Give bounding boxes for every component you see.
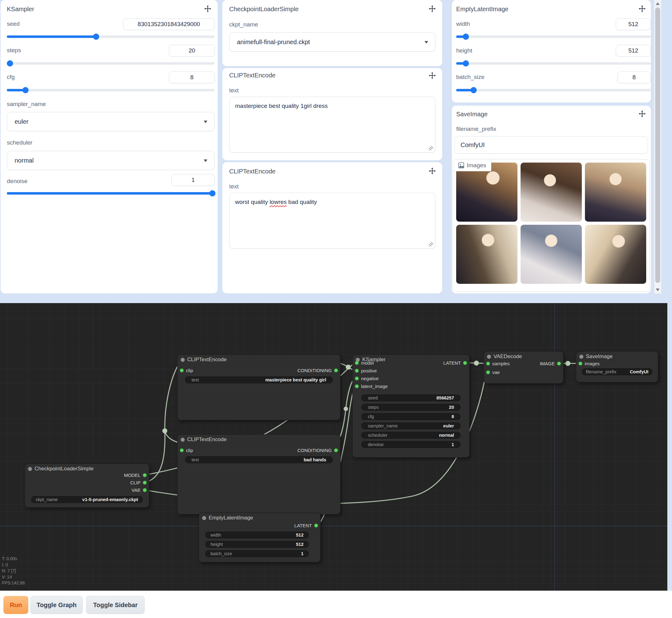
toggle-graph-button[interactable]: Toggle Graph <box>30 596 83 614</box>
node-collapse-dot[interactable] <box>202 516 206 520</box>
scheduler-select[interactable]: normal <box>7 151 214 170</box>
graph-node-save-image[interactable]: SaveImage images filename_prefix ComfyUI <box>576 351 658 382</box>
seed-slider-thumb[interactable] <box>93 33 99 40</box>
steps-input[interactable] <box>169 45 215 57</box>
output-port-latent[interactable] <box>463 361 467 365</box>
scrollbar-thumb[interactable] <box>655 7 660 283</box>
panel-clip-text-encode-negative: CLIPTextEncode text worst quality lowres… <box>222 162 442 294</box>
output-port-model[interactable] <box>143 474 147 477</box>
output-port-latent[interactable] <box>314 524 318 527</box>
stat-time: T: 0.00s <box>2 556 25 562</box>
run-button[interactable]: Run <box>3 596 28 614</box>
generated-image-thumbnail[interactable] <box>456 225 517 284</box>
node-graph-canvas[interactable]: CLIPTextEncode clip CONDITIONING text ma… <box>0 303 667 591</box>
steps-slider[interactable] <box>7 62 214 65</box>
input-port-positive[interactable] <box>355 369 359 373</box>
width-input[interactable] <box>616 18 651 30</box>
output-port-conditioning[interactable] <box>334 369 338 372</box>
graph-node-ksampler[interactable]: KSampler model LATENT positive negative … <box>353 355 469 457</box>
batch-size-slider[interactable] <box>456 89 651 91</box>
height-input[interactable] <box>616 45 651 57</box>
widget-batch-size[interactable]: batch_size1 <box>205 549 309 558</box>
widget-seed[interactable]: seed8566257 <box>361 394 461 402</box>
images-tab[interactable]: Images <box>453 160 491 171</box>
scrollbar-up-arrow[interactable] <box>656 2 660 5</box>
output-port-clip[interactable] <box>143 481 147 484</box>
height-label: height <box>456 47 472 54</box>
generated-image-thumbnail[interactable] <box>520 163 582 222</box>
output-port-vae[interactable] <box>143 488 147 492</box>
filename-prefix-input[interactable] <box>455 136 648 153</box>
resize-grip-icon[interactable] <box>429 146 433 150</box>
node-collapse-dot[interactable] <box>28 467 32 471</box>
input-port-vae[interactable] <box>486 371 490 374</box>
graph-node-clip-text-encode-1[interactable]: CLIPTextEncode clip CONDITIONING text ma… <box>178 355 340 420</box>
move-icon[interactable] <box>428 4 437 13</box>
ckpt-name-select[interactable]: animefull-final-pruned.ckpt <box>229 32 436 51</box>
width-slider[interactable] <box>456 35 651 38</box>
input-port-negative[interactable] <box>355 377 359 380</box>
width-slider-thumb[interactable] <box>463 33 469 40</box>
denoise-slider-thumb[interactable] <box>209 190 215 196</box>
widget-height[interactable]: height512 <box>205 540 309 548</box>
node-collapse-dot[interactable] <box>487 355 491 359</box>
denoise-slider[interactable] <box>7 192 214 195</box>
graph-node-empty-latent-image[interactable]: EmptyLatentImage LATENT width512 height5… <box>199 513 320 562</box>
generated-image-thumbnail[interactable] <box>585 163 646 222</box>
scrollbar-down-arrow[interactable] <box>656 289 660 291</box>
widget-scheduler[interactable]: schedulernormal <box>361 431 461 439</box>
denoise-input[interactable] <box>171 174 215 186</box>
move-icon[interactable] <box>428 167 437 175</box>
negative-prompt-textarea[interactable]: worst quality lowres bad quality <box>229 193 436 249</box>
graph-node-clip-text-encode-2[interactable]: CLIPTextEncode clip CONDITIONING text ba… <box>178 435 340 514</box>
scrollbar-vertical[interactable] <box>654 0 661 294</box>
input-port-latent-image[interactable] <box>355 385 359 388</box>
positive-prompt-text: masterpiece best quality 1girl dress <box>235 103 328 109</box>
widget-steps[interactable]: steps20 <box>361 403 461 411</box>
input-port-model[interactable] <box>355 361 359 365</box>
batch-size-input[interactable] <box>617 72 651 83</box>
output-port-image[interactable] <box>557 362 561 365</box>
positive-prompt-textarea[interactable]: masterpiece best quality 1girl dress <box>229 97 436 152</box>
input-port-clip[interactable] <box>180 369 184 372</box>
cfg-slider-thumb[interactable] <box>22 87 29 93</box>
input-port-clip[interactable] <box>180 448 184 452</box>
move-icon[interactable] <box>428 71 437 80</box>
widget-filename-prefix[interactable]: filename_prefix ComfyUI <box>581 368 653 376</box>
node-title: EmptyLatentImage <box>209 515 253 521</box>
sampler-name-select[interactable]: euler <box>7 112 214 131</box>
generated-image-thumbnail[interactable] <box>456 163 517 222</box>
widget-text[interactable]: text masterpiece best quality girl <box>184 376 333 384</box>
graph-node-checkpoint-loader[interactable]: CheckpointLoaderSimple MODEL CLIP VAE ck… <box>25 464 149 507</box>
widget-width[interactable]: width512 <box>205 531 309 539</box>
seed-slider[interactable] <box>7 35 214 38</box>
generated-image-thumbnail[interactable] <box>585 225 646 284</box>
cfg-input[interactable] <box>169 72 215 83</box>
steps-slider-thumb[interactable] <box>7 60 13 67</box>
ckpt-name-label: ckpt_name <box>229 21 258 28</box>
graph-node-vae-decode[interactable]: VAEDecode samples IMAGE vae <box>484 351 563 383</box>
height-slider-thumb[interactable] <box>463 60 469 67</box>
resize-grip-icon[interactable] <box>429 242 433 246</box>
widget-ckpt-name[interactable]: ckpt_name v1-5-pruned-emaonly.ckpt <box>30 496 143 504</box>
move-icon[interactable] <box>638 109 647 118</box>
input-port-samples[interactable] <box>486 362 490 365</box>
height-slider[interactable] <box>456 62 651 65</box>
node-collapse-dot[interactable] <box>579 355 583 359</box>
widget-cfg[interactable]: cfg8 <box>361 413 461 421</box>
move-icon[interactable] <box>638 4 647 13</box>
filename-prefix-label: filename_prefix <box>456 126 496 132</box>
node-collapse-dot[interactable] <box>181 358 185 362</box>
cfg-slider[interactable] <box>7 89 214 91</box>
input-port-images[interactable] <box>579 362 582 365</box>
generated-image-thumbnail[interactable] <box>520 225 582 284</box>
widget-denoise[interactable]: denoise1 <box>361 440 461 448</box>
seed-input[interactable] <box>123 18 214 30</box>
toggle-sidebar-button[interactable]: Toggle Sidebar <box>86 596 145 614</box>
widget-sampler-name[interactable]: sampler_nameeuler <box>361 422 461 430</box>
output-port-conditioning[interactable] <box>334 448 338 452</box>
move-icon[interactable] <box>203 4 212 13</box>
batch-size-slider-thumb[interactable] <box>471 87 477 93</box>
widget-text[interactable]: text bad hands <box>184 456 333 464</box>
node-collapse-dot[interactable] <box>181 438 185 442</box>
